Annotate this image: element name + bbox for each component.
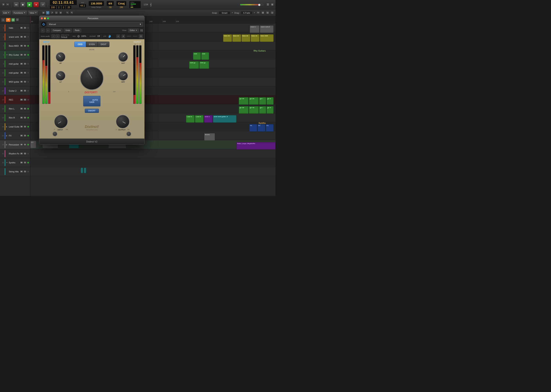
track-row[interactable]: 12 Guitar 2 M S bbox=[0, 86, 30, 95]
next-button[interactable]: › bbox=[56, 34, 60, 38]
midi-icon[interactable]: ⊞ bbox=[270, 3, 274, 7]
meter-display[interactable]: 4/4 bbox=[107, 1, 114, 6]
track-row[interactable]: 13 REC M S bbox=[0, 95, 30, 104]
power-button[interactable]: ⏻ bbox=[41, 21, 46, 27]
track-expand[interactable]: ▶ bbox=[6, 135, 8, 137]
solo-button[interactable]: S bbox=[23, 54, 27, 56]
mute-button[interactable]: M bbox=[20, 116, 23, 119]
track-row[interactable]: String Hits M S bbox=[0, 167, 30, 176]
mute-button[interactable]: M bbox=[20, 152, 23, 155]
record-button[interactable]: ● bbox=[33, 2, 39, 7]
add-track-button[interactable]: + bbox=[1, 18, 5, 22]
audio-track-button[interactable]: H bbox=[6, 18, 11, 22]
mute-button[interactable]: M bbox=[20, 71, 23, 74]
sat-knob[interactable] bbox=[118, 52, 128, 62]
solo-button[interactable]: S bbox=[23, 161, 27, 164]
auto-gain-button[interactable]: AUTO GAIN bbox=[83, 96, 100, 106]
snap-value[interactable]: Smart bbox=[219, 11, 230, 15]
mute-button[interactable]: M bbox=[20, 44, 23, 47]
track-row[interactable]: 16 ▶ Lead Guitars M S bbox=[0, 122, 30, 131]
solo-button[interactable]: S bbox=[23, 80, 27, 83]
master-volume-control[interactable] bbox=[240, 4, 263, 6]
zoom-out-icon[interactable]: ⊟ bbox=[266, 11, 269, 15]
move-tool-icon[interactable]: ✛ bbox=[1, 3, 5, 7]
a-button[interactable]: A bbox=[116, 35, 120, 38]
solo-button[interactable]: S bbox=[23, 27, 27, 29]
close-button[interactable] bbox=[41, 17, 43, 19]
scissors-tool-icon[interactable]: ✂ bbox=[6, 3, 9, 7]
solo-button[interactable]: S bbox=[23, 134, 27, 137]
mute-button[interactable]: M bbox=[20, 134, 23, 137]
b-button[interactable]: B bbox=[122, 35, 125, 38]
mute-button[interactable]: M bbox=[20, 54, 23, 56]
track-row[interactable]: 11 MIDI guitar lofi M S bbox=[0, 77, 30, 86]
fit-icon[interactable]: ⊡ bbox=[270, 11, 274, 15]
track-expand[interactable]: ▶ bbox=[6, 144, 8, 146]
solo-button[interactable]: S bbox=[23, 44, 27, 47]
editor-button[interactable]: Editor ▼ bbox=[128, 28, 139, 32]
play-button[interactable]: ▶ bbox=[27, 2, 32, 7]
lf-knob[interactable] bbox=[56, 71, 65, 81]
track-row[interactable]: 5 Hats M S bbox=[0, 23, 30, 32]
track-row[interactable]: 32 Rhythm Pad M S bbox=[0, 149, 30, 158]
mute-button[interactable]: M bbox=[20, 107, 23, 110]
mute-button[interactable]: M bbox=[20, 170, 23, 173]
clip[interactable]: c.3 bbox=[30, 141, 36, 148]
track-row[interactable]: 15 Rtm R M S bbox=[0, 113, 30, 122]
grid-icon[interactable]: ⊞ bbox=[42, 11, 45, 15]
solo-button[interactable]: S bbox=[23, 107, 27, 110]
track-row-percussion[interactable]: 28 ▶ Percussion M S bbox=[0, 140, 30, 149]
lpf-knob[interactable] bbox=[108, 35, 111, 38]
solo-button[interactable]: S bbox=[23, 63, 27, 65]
solo-button[interactable]: S bbox=[23, 71, 27, 74]
clip[interactable] bbox=[81, 168, 83, 173]
track-row[interactable]: 9 midi guitar / M S bbox=[0, 59, 30, 68]
solo-button[interactable]: S bbox=[23, 143, 27, 146]
cycle-button[interactable]: ↺ bbox=[40, 2, 45, 7]
track-expand[interactable]: ▼ bbox=[6, 162, 8, 164]
track-row[interactable]: 10 midi guitar wav M S bbox=[0, 68, 30, 77]
functions-menu[interactable]: Functions ▼ bbox=[12, 10, 27, 15]
solo-button[interactable]: S bbox=[23, 125, 27, 128]
maximize-button[interactable] bbox=[47, 17, 49, 19]
pencil-icon[interactable]: ✎ bbox=[70, 11, 73, 15]
view-menu[interactable]: View ▼ bbox=[28, 10, 38, 15]
edit-mode-icon[interactable]: ↗ bbox=[50, 11, 54, 15]
mute-button[interactable]: M bbox=[20, 89, 23, 92]
settings-button[interactable]: ⚙ bbox=[139, 34, 143, 38]
pointer-icon[interactable]: ↖ bbox=[66, 11, 69, 15]
list-view-icon[interactable]: ≡ bbox=[46, 11, 50, 15]
key-display[interactable]: Cmaj bbox=[116, 1, 126, 6]
track-row[interactable]: 6 snare verb M S bbox=[0, 32, 30, 41]
mix-knob[interactable] bbox=[77, 35, 80, 37]
output-knob[interactable] bbox=[116, 115, 129, 128]
track-row[interactable]: 33 ▼ Synths M S bbox=[0, 158, 30, 167]
rewind-button[interactable]: ⏮ bbox=[14, 2, 19, 7]
tuner-icon[interactable]: 𝄞 bbox=[150, 3, 152, 7]
tempo-display[interactable]: 136.0000 bbox=[88, 1, 104, 6]
mute-button[interactable]: M bbox=[20, 161, 23, 164]
track-row[interactable]: 7 Bass MIDI M S bbox=[0, 41, 30, 50]
odd-mode-button[interactable]: ODD bbox=[74, 42, 86, 47]
midi-track-button[interactable]: S bbox=[11, 18, 15, 22]
main-distort-knob[interactable] bbox=[80, 67, 104, 90]
mute-button[interactable]: M bbox=[20, 63, 23, 65]
zoom-in-icon[interactable]: ⊞ bbox=[261, 11, 265, 15]
prev-button[interactable]: ‹ bbox=[51, 34, 55, 38]
track-list-button[interactable]: ☷ bbox=[16, 18, 19, 22]
marquee-icon[interactable]: ⊕ bbox=[59, 11, 62, 15]
solo-button[interactable]: S bbox=[23, 89, 27, 92]
group-icon[interactable]: ⊡ bbox=[55, 11, 58, 15]
next-preset-button[interactable]: › bbox=[46, 28, 50, 32]
mute-button[interactable]: M bbox=[20, 27, 23, 29]
drag-value[interactable]: X-Fade bbox=[241, 11, 252, 15]
compare-button[interactable]: Compare bbox=[51, 28, 63, 32]
undo-button[interactable]: Undo bbox=[64, 28, 72, 32]
digit-mode-button[interactable]: DIGIT bbox=[98, 42, 109, 47]
solo-button[interactable]: S bbox=[23, 35, 27, 38]
mute-button[interactable]: M bbox=[20, 35, 23, 38]
mute-button[interactable]: M bbox=[20, 98, 23, 101]
chain-icon[interactable]: ⛓ bbox=[140, 29, 143, 32]
track-row[interactable]: 22 ▶ FX M S bbox=[0, 131, 30, 140]
track-expand[interactable]: ▼ bbox=[6, 54, 8, 56]
